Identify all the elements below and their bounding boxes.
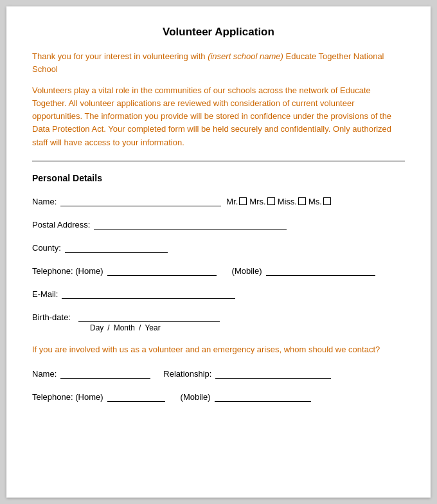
address-input[interactable] bbox=[94, 218, 287, 230]
intro-text: Thank you for your interest in volunteer… bbox=[32, 50, 405, 75]
ms-option: Ms. bbox=[308, 197, 331, 206]
emergency-tel-label: Telephone: (Home) bbox=[32, 392, 103, 402]
emergency-tel-row: Telephone: (Home) (Mobile) bbox=[32, 390, 405, 402]
emergency-tel-input[interactable] bbox=[107, 390, 165, 402]
personal-details-heading: Personal Details bbox=[32, 173, 405, 183]
email-input[interactable] bbox=[62, 287, 235, 299]
mobile-input[interactable] bbox=[266, 264, 375, 276]
mr-checkbox[interactable] bbox=[239, 197, 247, 205]
emergency-mobile-label: (Mobile) bbox=[181, 392, 211, 402]
telephone-row: Telephone: (Home) (Mobile) bbox=[32, 264, 405, 276]
emergency-name-input[interactable] bbox=[60, 367, 150, 379]
birthdate-input[interactable] bbox=[78, 310, 220, 322]
address-label: Postal Address: bbox=[32, 220, 90, 230]
slash1: / bbox=[107, 323, 109, 332]
mrs-checkbox[interactable] bbox=[267, 197, 275, 205]
address-row: Postal Address: bbox=[32, 218, 405, 230]
miss-label: Miss. bbox=[278, 197, 297, 206]
body-text: Volunteers play a vital role in the comm… bbox=[32, 84, 405, 149]
intro-prefix: Thank you for your interest in volunteer… bbox=[32, 51, 208, 61]
email-row: E-Mail: bbox=[32, 287, 405, 299]
year-label: Year bbox=[145, 323, 160, 332]
emergency-name-row: Name: Relationship: bbox=[32, 367, 405, 379]
page-title: Volunteer Application bbox=[32, 26, 405, 39]
mrs-option: Mrs. bbox=[249, 197, 274, 206]
tel-home-input[interactable] bbox=[107, 264, 217, 276]
birthdate-input-group: Birth-date: bbox=[32, 310, 220, 322]
ms-label: Ms. bbox=[308, 197, 322, 206]
page: Volunteer Application Thank you for your… bbox=[6, 6, 431, 498]
tel-home-label: Telephone: (Home) bbox=[32, 266, 103, 276]
slash2: / bbox=[139, 323, 141, 332]
email-label: E-Mail: bbox=[32, 289, 58, 299]
mr-option: Mr. bbox=[226, 197, 247, 206]
name-row: Name: Mr. Mrs. Miss. Ms. bbox=[32, 195, 405, 206]
day-label: Day bbox=[90, 323, 103, 332]
birthdate-label: Birth-date: bbox=[32, 312, 71, 322]
name-label: Name: bbox=[32, 197, 57, 206]
county-label: County: bbox=[32, 243, 61, 253]
mrs-label: Mrs. bbox=[249, 197, 265, 206]
name-input[interactable] bbox=[60, 195, 221, 206]
mobile-label: (Mobile) bbox=[232, 266, 262, 276]
section-divider bbox=[32, 161, 405, 161]
mr-label: Mr. bbox=[226, 197, 238, 206]
month-label: Month bbox=[114, 323, 135, 332]
miss-checkbox[interactable] bbox=[298, 197, 306, 205]
county-row: County: bbox=[32, 241, 405, 253]
relationship-label: Relationship: bbox=[163, 369, 211, 379]
birthdate-sublabels: Day / Month / Year bbox=[90, 323, 161, 332]
intro-italic: (insert school name) bbox=[208, 51, 283, 61]
emergency-mobile-input[interactable] bbox=[215, 390, 311, 402]
salutation-group: Mr. Mrs. Miss. Ms. bbox=[226, 197, 331, 206]
county-input[interactable] bbox=[65, 241, 168, 253]
emergency-question: If you are involved with us as a volunte… bbox=[32, 344, 405, 356]
relationship-input[interactable] bbox=[215, 367, 331, 379]
miss-option: Miss. bbox=[278, 197, 306, 206]
birthdate-row: Birth-date: Day / Month / Year bbox=[32, 310, 405, 332]
ms-checkbox[interactable] bbox=[323, 197, 331, 205]
emergency-name-label: Name: bbox=[32, 369, 57, 379]
